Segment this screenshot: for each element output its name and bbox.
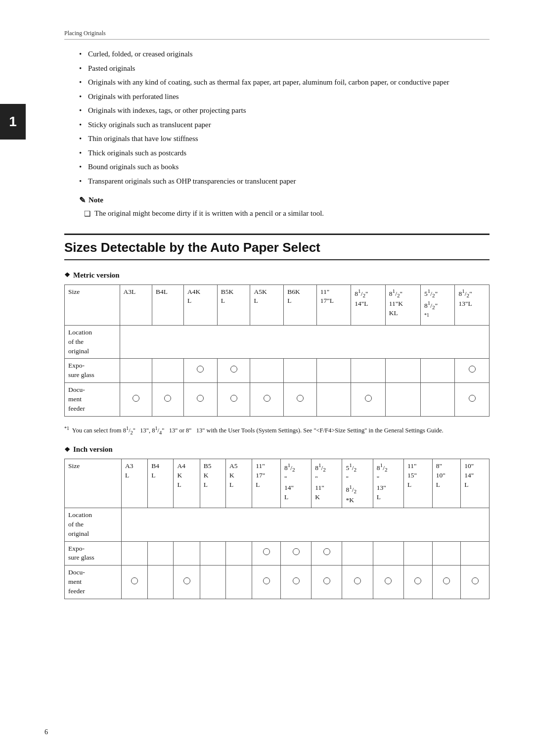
bullet-list: Curled, folded, or creased originals Pas… xyxy=(79,48,490,187)
chapter-tab: 1 xyxy=(0,104,26,140)
table-feeder-8h14 xyxy=(351,383,386,417)
inch-feed-a3 xyxy=(121,566,147,599)
list-item: Originals with indexes, tags, or other p… xyxy=(79,105,490,116)
inch-exp-8-10 xyxy=(432,541,461,566)
page: 1 Placing Originals Curled, folded, or c… xyxy=(0,0,534,756)
inch-exp-8h11 xyxy=(312,541,342,566)
list-item: Thin originals that have low stiffness xyxy=(79,133,490,144)
inch-feed-8h13 xyxy=(373,566,403,599)
inch-header-a5: A5KL xyxy=(225,459,252,508)
table-feeder-b6k xyxy=(284,383,317,417)
inch-version-title: ❖ Inch version xyxy=(64,445,490,454)
metric-version-title: ❖ Metric version xyxy=(64,271,490,280)
table-feeder-label: Docu-mentfeeder xyxy=(65,383,120,417)
list-item: Originals with any kind of coating, such… xyxy=(79,77,490,88)
inch-feed-b5 xyxy=(200,566,225,599)
table-exposure-a5k xyxy=(250,359,284,383)
inch-feed-8h14 xyxy=(280,566,311,599)
footnote: *1 You can select from 81/2" 13", 81/4" … xyxy=(64,425,490,436)
inch-header-8h14: 81/2"14"L xyxy=(280,459,311,508)
breadcrumb: Placing Originals xyxy=(64,30,490,40)
table-exposure-b5k xyxy=(217,359,250,383)
table-location: Locationof theoriginal xyxy=(65,325,120,359)
table-exposure-a4k xyxy=(184,359,218,383)
table-header-8h-14: 81/2"14"L xyxy=(351,284,386,325)
inch-table: Size A3L B4L A4KL B5KL A5KL 11"17"L 81/2… xyxy=(64,459,490,599)
table-header-a5k: A5KL xyxy=(250,284,284,325)
diamond-icon-2: ❖ xyxy=(64,446,70,454)
table-exposure-5h xyxy=(420,359,455,383)
inch-header-a4: A4KL xyxy=(174,459,200,508)
inch-header-11: 11"17"L xyxy=(252,459,281,508)
inch-feed-10-14 xyxy=(461,566,490,599)
inch-exp-10-14 xyxy=(461,541,490,566)
list-item: Bound originals such as books xyxy=(79,161,490,173)
inch-header-b4: B4L xyxy=(148,459,174,508)
table-exposure-label: Expo-sure glass xyxy=(65,359,120,383)
inch-header-size: Size xyxy=(65,459,122,508)
inch-exp-11-15 xyxy=(404,541,433,566)
table-feeder-a4k xyxy=(184,383,218,417)
table-header-a4k: A4KL xyxy=(184,284,218,325)
table-exposure-11 xyxy=(316,359,351,383)
inch-feed-11 xyxy=(252,566,281,599)
note-icon: ✎ xyxy=(79,195,86,205)
inch-header-5h: 51/2"81/2*K xyxy=(342,459,373,508)
inch-header-8h11: 81/2"11"K xyxy=(312,459,342,508)
section-title: Sizes Detectable by the Auto Paper Selec… xyxy=(64,240,490,255)
list-item: Thick originals such as postcards xyxy=(79,147,490,159)
table-feeder-11 xyxy=(316,383,351,417)
inch-feed-a4 xyxy=(174,566,200,599)
table-feeder-b5k xyxy=(217,383,250,417)
metric-version-label: Metric version xyxy=(73,271,120,280)
inch-exp-b5 xyxy=(200,541,225,566)
table-header-size: Size xyxy=(65,284,120,325)
note-item: The original might become dirty if it is… xyxy=(84,208,490,220)
table-header-b6k: B6KL xyxy=(284,284,317,325)
table-header-11-17: 11"17"L xyxy=(316,284,351,325)
inch-header-8h13: 81/2"13"L xyxy=(373,459,403,508)
table-feeder-8h13 xyxy=(455,383,490,417)
metric-table: Size A3L B4L A4KL B5KL A5KL B6KL 11"17"L… xyxy=(64,284,490,417)
inch-header-a3: A3L xyxy=(121,459,147,508)
inch-exp-8h13 xyxy=(373,541,403,566)
table-feeder-a5k xyxy=(250,383,284,417)
inch-header-10-14: 10"14"L xyxy=(461,459,490,508)
inch-feed-5h xyxy=(342,566,373,599)
list-item: Curled, folded, or creased originals xyxy=(79,48,490,60)
inch-header-8-10: 8"10"L xyxy=(432,459,461,508)
table-exposure-b4l xyxy=(152,359,183,383)
table-header-b4l: B4L xyxy=(152,284,183,325)
table-exposure-8h13 xyxy=(455,359,490,383)
list-item: Sticky originals such as translucent pap… xyxy=(79,119,490,131)
inch-feeder-label: Docu-mentfeeder xyxy=(65,566,122,599)
inch-location: Locationof theoriginal xyxy=(65,508,122,541)
page-number: 6 xyxy=(44,728,48,736)
note-label: Note xyxy=(89,196,103,204)
table-feeder-5h xyxy=(420,383,455,417)
table-header-a3l: A3L xyxy=(120,284,152,325)
inch-header-11-15: 11"15"L xyxy=(404,459,433,508)
table-header-b5k: B5KL xyxy=(217,284,250,325)
table-feeder-a3l xyxy=(120,383,152,417)
inch-exp-b4 xyxy=(148,541,174,566)
inch-feed-8-10 xyxy=(432,566,461,599)
inch-feed-11-15 xyxy=(404,566,433,599)
inch-exposure-label: Expo-sure glass xyxy=(65,541,122,566)
table-header-5h-8h: 51/2"81/2"*1 xyxy=(420,284,455,325)
diamond-icon: ❖ xyxy=(64,271,70,279)
table-header-8h-13: 81/2"13"L xyxy=(455,284,490,325)
inch-exp-a3 xyxy=(121,541,147,566)
table-feeder-b4l xyxy=(152,383,183,417)
table-exposure-8h14 xyxy=(351,359,386,383)
inch-exp-a4 xyxy=(174,541,200,566)
inch-feed-a5 xyxy=(225,566,252,599)
note-section: ✎ Note The original might become dirty i… xyxy=(79,195,490,220)
list-item: Originals with perforated lines xyxy=(79,91,490,102)
table-header-8h-11: 81/2"11"KKL xyxy=(385,284,420,325)
list-item: Pasted originals xyxy=(79,63,490,74)
inch-exp-5h xyxy=(342,541,373,566)
inch-version-label: Inch version xyxy=(73,445,113,454)
table-exposure-a3l xyxy=(120,359,152,383)
list-item: Transparent originals such as OHP transp… xyxy=(79,176,490,187)
